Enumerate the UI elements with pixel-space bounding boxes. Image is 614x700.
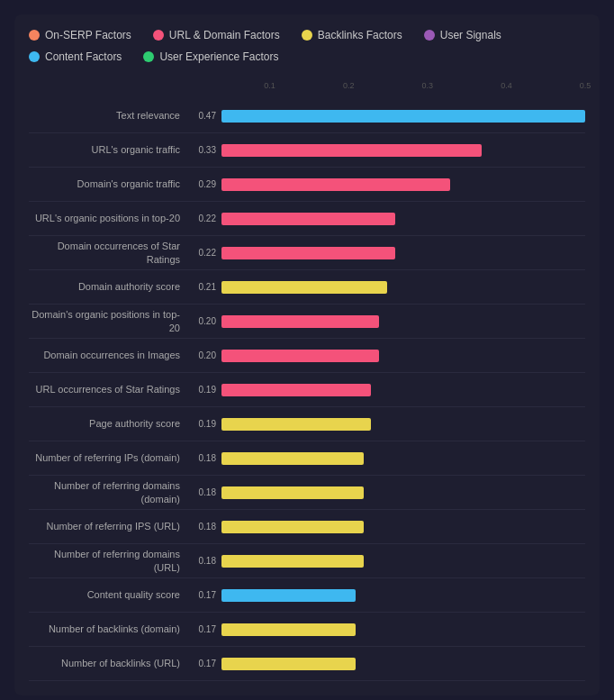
row-label: Domain's organic traffic	[29, 177, 191, 190]
bar-value: 0.33	[191, 145, 216, 155]
bar-value: 0.22	[191, 214, 216, 223]
legend-dot	[424, 30, 435, 41]
chart-row: URL's organic positions in top-200.22	[29, 202, 585, 236]
bar-value: 0.20	[191, 350, 216, 360]
legend-dot	[29, 30, 40, 41]
chart-row: URL occurrences of Star Ratings0.19	[29, 373, 585, 407]
row-label: Number of referring domains (URL)	[29, 548, 191, 574]
bar-container: 0.20	[191, 347, 585, 365]
legend-dot	[143, 51, 154, 62]
bar-value: 0.22	[191, 248, 216, 258]
bar	[221, 315, 379, 328]
chart-row: Domain occurrences in Images0.20	[29, 339, 585, 373]
axis-tick: 0.2	[343, 81, 355, 90]
chart-row: URL's organic traffic0.33	[29, 133, 585, 168]
bar-value: 0.20	[191, 316, 216, 326]
bar-container: 0.17	[191, 621, 585, 639]
bar-value: 0.17	[191, 624, 216, 634]
legend-dot	[153, 30, 164, 41]
legend-label: Content Factors	[45, 50, 122, 63]
row-label: Page authority score	[29, 417, 191, 430]
bar-value: 0.18	[191, 522, 216, 532]
legend-dot	[302, 30, 312, 41]
chart-row: Number of backlinks (domain)0.17	[29, 613, 585, 647]
axis-tick: 0.4	[501, 81, 512, 90]
bar-value: 0.18	[191, 556, 216, 566]
row-label: Number of referring domains (domain)	[29, 479, 191, 505]
chart-row: Number of referring IPs (domain)0.18	[29, 441, 585, 476]
row-label: Text relevance	[29, 109, 191, 122]
bar	[221, 178, 450, 191]
bar	[221, 213, 395, 225]
legend-item: User Signals	[424, 29, 501, 41]
axis-tick: 0.5	[580, 81, 591, 90]
bar-value: 0.47	[191, 111, 216, 121]
bar-value: 0.21	[191, 282, 216, 292]
bar	[221, 486, 364, 499]
legend-item: On-SERP Factors	[29, 29, 131, 41]
bar	[221, 110, 585, 123]
bar-container: 0.19	[191, 415, 585, 433]
bar-container: 0.20	[191, 313, 585, 331]
legend-item: URL & Domain Factors	[153, 29, 280, 41]
legend-label: Backlinks Factors	[318, 29, 402, 41]
bar-container: 0.22	[191, 244, 585, 262]
legend-label: URL & Domain Factors	[169, 29, 280, 41]
bar	[221, 658, 356, 670]
chart-row: Number of backlinks (URL)0.17	[29, 647, 585, 681]
bar-value: 0.17	[191, 659, 216, 668]
row-label: Number of backlinks (domain)	[29, 623, 191, 635]
chart-row: Text relevance0.47	[29, 99, 585, 133]
bar-container: 0.17	[191, 655, 585, 673]
bar	[221, 555, 364, 568]
chart-row: Domain's organic traffic0.29	[29, 168, 585, 202]
bar-container: 0.33	[191, 141, 585, 159]
bar-value: 0.17	[191, 590, 216, 600]
bar-container: 0.21	[191, 278, 585, 296]
row-label: Domain occurrences in Images	[29, 349, 191, 361]
bar-container: 0.18	[191, 484, 585, 502]
row-label: Domain occurrences of Star Ratings	[29, 240, 191, 266]
row-label: URL's organic positions in top-20	[29, 212, 191, 224]
row-label: Number of referring IPs (domain)	[29, 451, 191, 464]
chart-row: Number of referring domains (URL)0.18	[29, 544, 585, 578]
axis-tick: 0.1	[264, 81, 275, 90]
chart-row: Domain authority score0.21	[29, 270, 585, 305]
legend-item: Backlinks Factors	[302, 29, 402, 41]
chart-row: Domain's organic positions in top-200.20	[29, 305, 585, 339]
chart-row: Domain occurrences of Star Ratings0.22	[29, 236, 585, 270]
bar	[221, 144, 482, 157]
bar-value: 0.19	[191, 385, 216, 395]
legend-dot	[29, 51, 40, 62]
bar-value: 0.18	[191, 487, 216, 497]
bar-container: 0.18	[191, 552, 585, 570]
row-label: Domain authority score	[29, 280, 191, 293]
legend-label: User Experience Factors	[159, 50, 278, 63]
legend: On-SERP Factors URL & Domain Factors Bac…	[29, 29, 585, 63]
bar-container: 0.17	[191, 586, 585, 605]
legend-item: User Experience Factors	[143, 50, 278, 63]
legend-label: On-SERP Factors	[45, 29, 131, 41]
legend-label: User Signals	[440, 29, 501, 41]
bar	[221, 589, 356, 602]
legend-item: Content Factors	[29, 50, 122, 63]
axis-tick: 0.3	[422, 81, 434, 90]
chart-area: Text relevance0.47URL's organic traffic0…	[29, 99, 585, 681]
row-label: Number of referring IPS (URL)	[29, 520, 191, 532]
chart-row: Content quality score0.17	[29, 578, 585, 613]
chart-row: Number of referring IPS (URL)0.18	[29, 510, 585, 544]
bar-container: 0.47	[191, 107, 585, 125]
row-label: URL occurrences of Star Ratings	[29, 383, 191, 395]
bar	[221, 384, 371, 396]
chart-header: 0.10.20.30.40.5	[191, 81, 585, 95]
chart-row: Number of referring domains (domain)0.18	[29, 476, 585, 510]
row-label: Domain's organic positions in top-20	[29, 308, 191, 334]
bar	[221, 281, 387, 294]
bar	[221, 623, 356, 636]
bar-container: 0.22	[191, 210, 585, 228]
bar-container: 0.18	[191, 518, 585, 536]
chart-row: Page authority score0.19	[29, 407, 585, 441]
bar-value: 0.29	[191, 179, 216, 189]
bar-container: 0.29	[191, 176, 585, 194]
row-label: URL's organic traffic	[29, 143, 191, 156]
